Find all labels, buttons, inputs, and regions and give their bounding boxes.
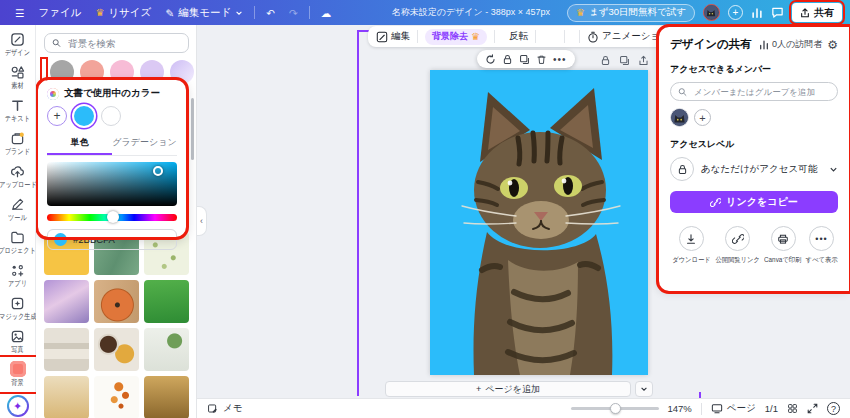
sidebar-item-design[interactable]: デザイン — [0, 28, 36, 61]
add-page-button[interactable]: +ページを追加 — [385, 381, 631, 397]
sidebar-item-projects[interactable]: プロジェクト — [0, 226, 36, 259]
zoom-level[interactable]: 147% — [668, 403, 692, 414]
saturation-brightness-field[interactable] — [47, 162, 177, 206]
members-label: アクセスできるメンバー — [670, 63, 838, 76]
public-link-action[interactable]: 公開閲覧リンク — [713, 226, 763, 265]
share-settings-button[interactable]: ⚙ — [827, 38, 838, 52]
zoom-slider-handle[interactable] — [610, 403, 621, 414]
edit-image-button[interactable]: 編集 — [376, 30, 410, 43]
color-swatch-white[interactable] — [101, 106, 121, 126]
user-avatar[interactable] — [703, 4, 720, 21]
page-indicator: 1/1 — [765, 403, 778, 414]
thumbnail-image[interactable] — [44, 328, 89, 371]
apps-grid-icon — [10, 263, 25, 278]
sidebar-item-apps[interactable]: アプリ — [0, 259, 36, 292]
add-color-button[interactable]: + — [47, 106, 67, 126]
export-page-icon[interactable] — [638, 55, 649, 66]
search-input[interactable] — [66, 37, 181, 50]
see-all-action[interactable]: ••• すべて表示 — [804, 226, 840, 265]
duplicate-icon[interactable] — [519, 54, 530, 65]
sidebar-item-elements[interactable]: 素材 — [0, 61, 36, 94]
panel-search[interactable] — [44, 33, 189, 53]
sidebar-item-uploads[interactable]: アップロード — [0, 160, 36, 193]
file-menu-button[interactable]: ファイル — [31, 3, 88, 23]
undo-button[interactable]: ↶ — [259, 3, 282, 23]
thumbnail-image[interactable] — [44, 280, 89, 323]
crown-icon: ♛ — [576, 8, 585, 18]
saturation-handle[interactable] — [153, 166, 163, 176]
sidebar-item-brand[interactable]: ブランド — [0, 127, 36, 160]
sidebar-item-tools[interactable]: ツール — [0, 193, 36, 226]
thumbnail-image[interactable] — [94, 376, 139, 418]
lock-icon[interactable] — [502, 54, 513, 65]
rotate-icon[interactable] — [485, 54, 496, 65]
thumbnail-image[interactable] — [144, 376, 189, 418]
main-menu-button[interactable]: ☰ — [8, 3, 31, 23]
pages-button[interactable]: ページ — [711, 402, 756, 415]
sidebar-item-background[interactable]: 背景 — [0, 358, 36, 391]
flip-button[interactable]: 反転 — [509, 30, 528, 43]
zoom-slider[interactable] — [571, 407, 659, 410]
duplicate-page-icon[interactable] — [619, 55, 630, 66]
member-search-input[interactable] — [692, 86, 830, 98]
copy-link-button[interactable]: リンクをコピー — [670, 191, 838, 213]
current-color-dot — [54, 233, 67, 246]
page-list-dropdown-button[interactable] — [635, 381, 653, 397]
visitors-stat[interactable]: 0人の訪問者 — [759, 38, 822, 51]
print-action[interactable]: Canvaで印刷 — [762, 226, 803, 265]
question-icon: ? — [831, 404, 836, 414]
sidebar-item-photos[interactable]: 写真 — [0, 325, 36, 358]
thumbnail-image[interactable] — [94, 280, 139, 323]
design-page[interactable] — [430, 70, 648, 375]
canva-assistant-button[interactable]: ✦ — [7, 395, 29, 417]
more-options-icon[interactable]: ••• — [553, 54, 567, 65]
member-search[interactable] — [670, 82, 838, 101]
comment-icon[interactable] — [771, 6, 784, 19]
help-button[interactable]: ? — [827, 402, 840, 415]
hue-slider[interactable] — [47, 214, 177, 221]
thumbnail-image[interactable] — [144, 328, 189, 371]
add-member-button[interactable]: + — [728, 5, 743, 20]
color-picker-popover: 文書で使用中のカラー + 単色 グラデーション #2BBCFA — [38, 80, 186, 237]
background-remove-button[interactable]: 背景除去♛ — [425, 29, 487, 45]
tab-solid-color[interactable]: 単色 — [47, 133, 112, 155]
edit-image-icon — [376, 31, 388, 43]
thumbnail-image[interactable] — [144, 280, 189, 323]
share-button[interactable]: 共有 — [792, 3, 842, 22]
animation-button[interactable]: アニメーション — [587, 30, 662, 43]
access-level-dropdown[interactable]: あなただけがアクセス可能 — [670, 157, 838, 181]
redo-button[interactable]: ↷ — [282, 3, 305, 23]
notes-button[interactable]: メモ — [207, 402, 242, 415]
edit-mode-button[interactable]: ✎編集モード — [158, 3, 250, 23]
used-colors-header: 文書で使用中のカラー — [47, 87, 177, 100]
sidebar-item-text[interactable]: テキスト — [0, 94, 36, 127]
trial-button[interactable]: ♛まず30日間無料で試す — [567, 4, 695, 22]
member-avatar[interactable] — [670, 108, 689, 127]
elements-icon — [10, 65, 25, 80]
fullscreen-icon[interactable] — [807, 403, 818, 414]
selected-color-swatch[interactable] — [74, 106, 94, 126]
grid-view-icon[interactable] — [787, 403, 798, 414]
palette-icon — [47, 88, 59, 100]
cat-photo[interactable] — [430, 70, 648, 375]
add-member-button[interactable]: + — [694, 109, 711, 126]
panel-collapse-button[interactable]: ‹ — [197, 206, 207, 236]
thumbnail-image[interactable] — [44, 376, 89, 418]
trash-icon[interactable] — [536, 54, 547, 65]
hue-handle[interactable] — [107, 211, 119, 223]
sidebar-item-magic-media[interactable]: マジック生成 — [0, 292, 36, 325]
tab-gradient[interactable]: グラデーション — [112, 133, 177, 155]
panel-scrollbar[interactable] — [191, 98, 194, 160]
document-title[interactable]: 名称未設定のデザイン - 388px × 457px — [392, 6, 550, 19]
thumbnail-image[interactable] — [94, 328, 139, 371]
hex-value[interactable]: #2BBCFA — [73, 234, 115, 245]
insights-icon[interactable] — [751, 7, 763, 19]
download-action[interactable]: ダウンロード — [670, 226, 713, 265]
notes-icon — [207, 403, 218, 414]
divider — [417, 30, 418, 43]
chevron-down-icon — [829, 165, 838, 174]
hex-input[interactable]: #2BBCFA — [47, 229, 177, 250]
resize-button[interactable]: ♛リサイズ — [88, 3, 158, 23]
pages-icon — [711, 403, 723, 414]
lock-page-icon[interactable] — [600, 55, 611, 66]
